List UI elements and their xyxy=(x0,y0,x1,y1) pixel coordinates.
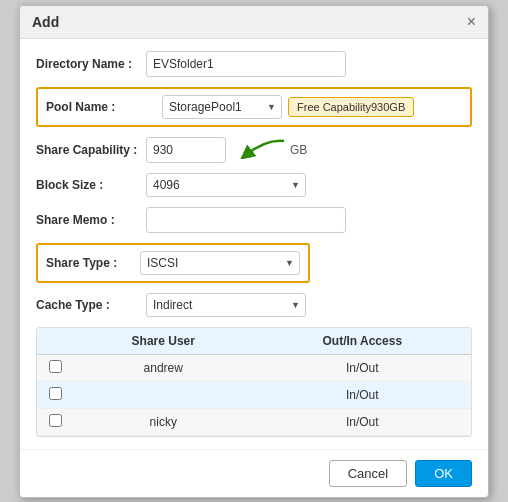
share-capability-label: Share Capability : xyxy=(36,143,146,157)
share-memo-input[interactable] xyxy=(146,207,346,233)
share-capability-row: Share Capability : GB xyxy=(36,137,472,163)
free-capability-badge: Free Capability930GB xyxy=(288,97,414,117)
table-row: nicky In/Out xyxy=(37,408,471,435)
pool-row: Pool Name : StoragePool1 Free Capability… xyxy=(46,95,462,119)
block-size-label: Block Size : xyxy=(36,178,146,192)
cache-type-select[interactable]: Indirect xyxy=(146,293,306,317)
block-size-select-wrapper: 4096 xyxy=(146,173,306,197)
pool-row-wrapper: Pool Name : StoragePool1 Free Capability… xyxy=(36,87,472,127)
dialog-footer: Cancel OK xyxy=(20,449,488,497)
row-user-cell: andrew xyxy=(73,354,254,381)
row-user-cell: nicky xyxy=(73,408,254,435)
col-checkbox-header xyxy=(37,328,73,355)
dialog-header: Add × xyxy=(20,6,488,39)
pool-select[interactable]: StoragePool1 xyxy=(162,95,282,119)
table-header-row: Share User Out/In Access xyxy=(37,328,471,355)
row-checkbox-cell xyxy=(37,354,73,381)
col-access-header: Out/In Access xyxy=(254,328,471,355)
directory-row: Directory Name : xyxy=(36,51,472,77)
dialog-body: Directory Name : Pool Name : StoragePool… xyxy=(20,39,488,449)
green-arrow-icon xyxy=(236,137,286,162)
directory-label: Directory Name : xyxy=(36,57,146,71)
row-checkbox[interactable] xyxy=(49,414,62,427)
pool-label: Pool Name : xyxy=(46,100,156,114)
cache-type-label: Cache Type : xyxy=(36,298,146,312)
dialog-title: Add xyxy=(32,14,59,30)
share-type-wrapper: Share Type : ISCSI xyxy=(36,243,310,283)
share-memo-row: Share Memo : xyxy=(36,207,472,233)
share-capability-unit: GB xyxy=(290,143,307,157)
table-row: In/Out xyxy=(37,381,471,408)
row-checkbox-cell xyxy=(37,381,73,408)
share-memo-label: Share Memo : xyxy=(36,213,146,227)
row-access-cell: In/Out xyxy=(254,381,471,408)
row-checkbox[interactable] xyxy=(49,387,62,400)
share-capability-input[interactable] xyxy=(146,137,226,163)
cache-type-select-wrapper: Indirect xyxy=(146,293,306,317)
share-type-select[interactable]: ISCSI xyxy=(140,251,300,275)
row-access-cell: In/Out xyxy=(254,408,471,435)
ok-button[interactable]: OK xyxy=(415,460,472,487)
share-type-select-wrapper: ISCSI xyxy=(140,251,300,275)
pool-select-wrapper: StoragePool1 xyxy=(162,95,282,119)
row-checkbox[interactable] xyxy=(49,360,62,373)
table-row: andrew In/Out xyxy=(37,354,471,381)
cancel-button[interactable]: Cancel xyxy=(329,460,407,487)
col-share-user-header: Share User xyxy=(73,328,254,355)
close-button[interactable]: × xyxy=(467,14,476,30)
cache-type-row: Cache Type : Indirect xyxy=(36,293,472,317)
directory-input[interactable] xyxy=(146,51,346,77)
share-type-label: Share Type : xyxy=(46,256,140,270)
share-user-table: Share User Out/In Access andrew In/Out I… xyxy=(36,327,472,437)
row-access-cell: In/Out xyxy=(254,354,471,381)
block-size-row: Block Size : 4096 xyxy=(36,173,472,197)
row-checkbox-cell xyxy=(37,408,73,435)
block-size-select[interactable]: 4096 xyxy=(146,173,306,197)
add-dialog: Add × Directory Name : Pool Name : Stora… xyxy=(19,5,489,498)
row-user-cell xyxy=(73,381,254,408)
